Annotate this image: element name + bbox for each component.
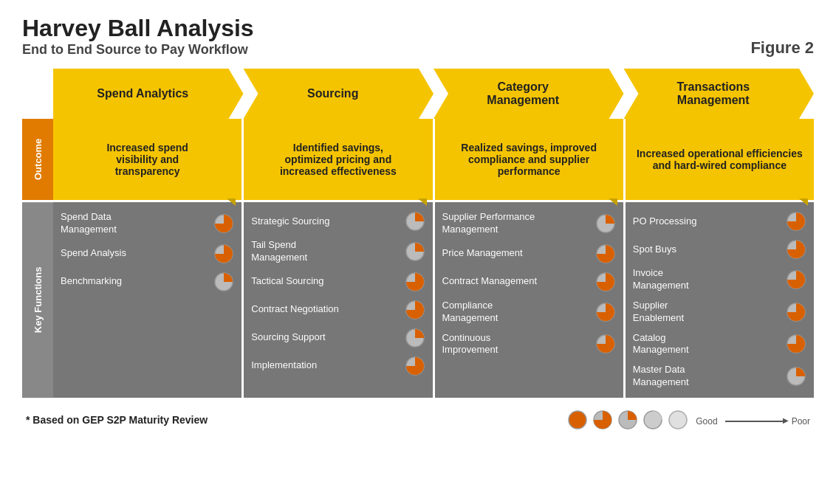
sub-title: End to End Source to Pay Workflow <box>22 42 254 58</box>
function-po-processing: PO Processing <box>633 211 806 232</box>
function-contract-negotiation: Contract Negotiation <box>251 300 425 320</box>
function-compliance-mgmt: ComplianceManagement <box>442 300 616 325</box>
side-labels: Outcome Key Functions <box>22 119 53 398</box>
harvey-ball-spot-buys <box>786 239 806 260</box>
function-name: Strategic Sourcing <box>251 215 404 228</box>
harvey-ball-implementation <box>405 356 425 376</box>
legend-poor-label: Poor <box>792 416 810 427</box>
content-row: Outcome Key Functions Increased spendvis… <box>22 119 814 398</box>
legend-three-quarter-ball <box>592 410 613 430</box>
legend-balls <box>567 410 688 430</box>
harvey-ball-tactical <box>405 272 425 292</box>
harvey-ball-invoice <box>786 269 806 290</box>
functions-spend-analytics: Spend DataManagement Spend Analysis <box>53 202 241 398</box>
harvey-ball-price-mgmt <box>595 244 616 264</box>
arrow-sourcing: Sourcing <box>244 69 434 119</box>
harvey-ball-po <box>786 211 806 232</box>
column-transactions-mgmt: Increased operational efficiencies and h… <box>626 119 814 398</box>
harvey-ball-continuous <box>595 334 616 354</box>
harvey-ball-contract-neg <box>405 300 425 320</box>
legend-quarter-ball <box>643 410 663 430</box>
harvey-ball-catalog <box>786 334 806 354</box>
function-name: Master DataManagement <box>633 364 786 389</box>
function-name: SupplierEnablement <box>633 300 786 325</box>
functions-label: Key Functions <box>22 202 53 398</box>
harvey-ball-supplier-perf <box>595 213 616 234</box>
function-name: Sourcing Support <box>251 331 404 344</box>
svg-point-24 <box>669 411 687 429</box>
function-strategic-sourcing: Strategic Sourcing <box>251 211 425 232</box>
column-category-mgmt: Realized savings, improved compliance an… <box>435 119 623 398</box>
figure-label: Figure 2 <box>750 38 814 58</box>
function-spot-buys: Spot Buys <box>633 239 806 260</box>
function-name: Contract Management <box>442 275 595 288</box>
function-name: Spot Buys <box>633 244 786 256</box>
function-contract-mgmt: Contract Management <box>442 272 616 292</box>
legend-full-ball <box>567 410 588 430</box>
harvey-ball-supplier-enable <box>786 302 806 322</box>
function-name: InvoiceManagement <box>633 267 786 292</box>
legend-half-ball <box>617 410 638 430</box>
harvey-ball-compliance <box>595 302 616 322</box>
function-spend-analysis: Spend Analysis <box>61 244 234 264</box>
function-tactical-sourcing: Tactical Sourcing <box>251 272 425 292</box>
footer: * Based on GEP S2P Maturity Review <box>22 410 814 430</box>
function-catalog-mgmt: CatalogManagement <box>633 332 806 357</box>
outcome-sourcing: Identified savings,optimized pricing and… <box>244 119 432 200</box>
page-container: Harvey Ball Analysis End to End Source t… <box>22 15 814 430</box>
legend: Good ▶ Poor <box>567 410 810 430</box>
diagram: Spend Analytics Sourcing CategoryManagem… <box>22 69 814 398</box>
function-supplier-enablement: SupplierEnablement <box>633 300 806 325</box>
function-name: Tail SpendManagement <box>251 239 404 264</box>
legend-good-label: Good <box>696 416 717 427</box>
function-name: Contract Negotiation <box>251 303 404 316</box>
footer-note: * Based on GEP S2P Maturity Review <box>26 414 208 426</box>
main-title: Harvey Ball Analysis <box>22 15 254 42</box>
harvey-ball-strategic <box>405 211 425 232</box>
function-invoice-mgmt: InvoiceManagement <box>633 267 806 292</box>
function-supplier-perf: Supplier PerformanceManagement <box>442 211 616 236</box>
legend-scale: Good ▶ Poor <box>696 416 810 427</box>
function-name: ComplianceManagement <box>442 300 595 325</box>
svg-point-20 <box>569 411 586 429</box>
function-name: PO Processing <box>633 215 786 228</box>
function-tail-spend: Tail SpendManagement <box>251 239 425 264</box>
outcome-label: Outcome <box>22 119 53 200</box>
harvey-ball-benchmarking <box>213 272 234 292</box>
function-name: CatalogManagement <box>633 332 786 357</box>
column-sourcing: Identified savings,optimized pricing and… <box>244 119 432 398</box>
function-name: Spend DataManagement <box>61 211 213 236</box>
harvey-ball-master-data <box>786 366 806 387</box>
column-spend-analytics: Increased spendvisibility andtransparenc… <box>53 119 241 398</box>
function-spend-data-mgmt: Spend DataManagement <box>61 211 234 236</box>
function-name: ContinuousImprovement <box>442 332 595 357</box>
function-name: Tactical Sourcing <box>251 275 404 288</box>
function-implementation: Implementation <box>251 356 425 376</box>
functions-sourcing: Strategic Sourcing Tail SpendManagement <box>244 202 432 398</box>
function-name: Supplier PerformanceManagement <box>442 211 595 236</box>
function-sourcing-support: Sourcing Support <box>251 328 425 348</box>
arrow-spend-analytics: Spend Analytics <box>53 69 244 119</box>
legend-empty-ball <box>668 410 688 430</box>
outcome-category-mgmt: Realized savings, improved compliance an… <box>435 119 623 200</box>
harvey-ball-sourcing-support <box>405 328 425 348</box>
function-benchmarking: Benchmarking <box>61 272 234 292</box>
arrows-container: Spend Analytics Sourcing CategoryManagem… <box>53 69 814 119</box>
harvey-ball-contract-mgmt <box>595 272 616 292</box>
function-name: Spend Analysis <box>61 247 213 260</box>
title-section: Harvey Ball Analysis End to End Source t… <box>22 15 814 58</box>
function-master-data-mgmt: Master DataManagement <box>633 364 806 389</box>
harvey-ball-spend-data <box>213 213 234 234</box>
outcome-spend-analytics: Increased spendvisibility andtransparenc… <box>53 119 241 200</box>
function-name: Price Management <box>442 247 595 260</box>
harvey-ball-spend-analysis <box>213 244 234 264</box>
outcome-transactions-mgmt: Increased operational efficiencies and h… <box>626 119 814 200</box>
functions-transactions-mgmt: PO Processing Spot Buys <box>626 202 814 398</box>
columns-container: Increased spendvisibility andtransparenc… <box>53 119 814 398</box>
functions-category-mgmt: Supplier PerformanceManagement Price Man… <box>435 202 623 398</box>
harvey-ball-tail-spend <box>405 241 425 262</box>
arrow-transactions-management: TransactionsManagement <box>624 69 815 119</box>
arrow-category-management: CategoryManagement <box>434 69 624 119</box>
function-continuous-improvement: ContinuousImprovement <box>442 332 616 357</box>
function-name: Implementation <box>251 359 404 372</box>
